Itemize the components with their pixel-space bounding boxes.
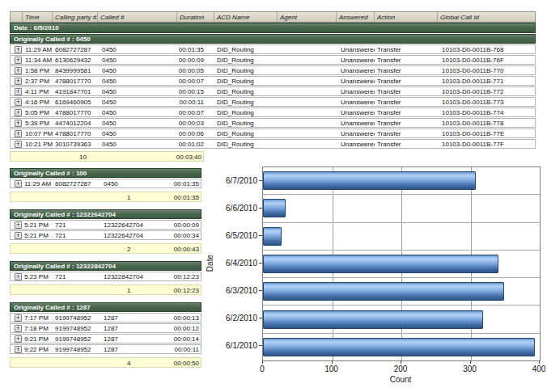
group-summary-row: 2 00:00:43 xyxy=(10,243,201,254)
agent-cell xyxy=(278,66,337,74)
summary-count: 1 xyxy=(127,194,130,201)
chart-ytick-label: 6/6/2010 xyxy=(226,204,257,213)
duration-cell: 00:00:15 xyxy=(177,87,214,95)
chart-xtick-label: 300 xyxy=(463,365,477,373)
expand-icon[interactable]: + xyxy=(15,46,22,53)
call-row: + 5:39 PM 4474012204 0450 00:00:03 DID_R… xyxy=(10,118,536,128)
called-cell: 1287 xyxy=(98,335,156,343)
answered-cell: Unanswered xyxy=(337,129,375,137)
chart-ytick-label: 6/7/2010 xyxy=(226,176,257,185)
called-cell: 12322842704 xyxy=(98,272,156,280)
calling-party-cell: 3010739363 xyxy=(53,140,98,148)
expand-icon[interactable]: + xyxy=(15,67,22,74)
global-call-id-cell: 10103-D0-0011B-77E xyxy=(438,129,535,137)
expand-icon[interactable]: + xyxy=(15,109,22,116)
column-header-row: Time Calling party # Called # Duration A… xyxy=(10,11,536,23)
expand-cell: + xyxy=(11,129,23,137)
acd-name-cell: DID_Routing xyxy=(214,108,278,116)
call-row: + 4:16 PM 6169460905 0450 00:00:11 DID_R… xyxy=(10,97,536,107)
expand-icon[interactable]: + xyxy=(15,57,22,64)
action-cell: Transfer xyxy=(375,108,438,116)
duration-cell: 00:00:07 xyxy=(177,108,214,116)
group-band: Originally Called # : 12322642704 xyxy=(10,209,201,219)
chart-bar-row xyxy=(263,305,540,332)
time-cell: 5:21 PM xyxy=(22,221,53,229)
chart-ytick-label: 6/4/2010 xyxy=(226,259,257,268)
group-rows: + 5:21 PM 721 12322642704 00:00:09 + 5:2… xyxy=(10,220,201,240)
group-summary-row: 1 00:12:23 xyxy=(10,285,201,295)
expand-icon[interactable]: + xyxy=(15,273,22,280)
summary-duration: 00:12:23 xyxy=(174,287,199,294)
expand-cell: + xyxy=(11,324,22,332)
group-section: Originally Called # : 1287 + 7:17 PM 919… xyxy=(10,302,201,368)
expand-icon[interactable]: + xyxy=(15,346,22,353)
call-row: + 1:58 PM 8439999581 0450 00:00:05 DID_R… xyxy=(10,65,536,75)
duration-cell: 00:00:11 xyxy=(156,345,201,353)
expand-icon[interactable]: + xyxy=(15,99,22,106)
global-call-id-cell: 10103-D0-0011B-770 xyxy=(438,66,535,74)
call-row: + 7:18 PM 9199748952 1287 00:00:12 xyxy=(10,323,201,333)
chart-ytick: 6/2/2010 xyxy=(214,305,262,332)
call-row: + 9:21 PM 9199748952 1287 00:00:14 xyxy=(10,334,201,344)
chart-bar-row xyxy=(263,222,540,250)
time-cell: 4:11 PM xyxy=(23,87,53,95)
summary-count: 10 xyxy=(79,154,87,161)
chart-ytick-label: 6/1/2010 xyxy=(226,341,257,350)
chart-bar-row xyxy=(263,194,540,221)
calling-party-cell: 721 xyxy=(53,272,98,280)
call-row: + 5:23 PM 721 12322842704 00:12:23 xyxy=(10,272,201,281)
global-call-id-cell: 10103-D0-0011B-771 xyxy=(438,77,535,85)
time-cell: 1:58 PM xyxy=(23,66,53,74)
called-cell: 12322642704 xyxy=(98,221,156,229)
time-cell: 9:22 PM xyxy=(22,345,53,353)
main-call-table: Time Calling party # Called # Duration A… xyxy=(10,11,536,162)
agent-cell xyxy=(278,77,337,85)
expand-icon[interactable]: + xyxy=(15,325,22,332)
date-group-band: Date : 6/5/2010 xyxy=(10,23,536,33)
time-cell: 5:23 PM xyxy=(22,272,53,280)
acd-name-cell: DID_Routing xyxy=(214,45,278,53)
expand-icon[interactable]: + xyxy=(15,120,22,127)
agent-cell xyxy=(278,98,337,106)
expand-icon[interactable]: + xyxy=(15,78,22,85)
column-header-calling-party: Calling party # xyxy=(53,12,98,22)
called-cell: 0450 xyxy=(98,45,177,53)
agent-cell xyxy=(278,56,337,64)
time-cell: 11:29 AM xyxy=(23,45,53,53)
called-cell: 0450 xyxy=(98,77,177,85)
action-cell: Transfer xyxy=(375,87,438,95)
expand-icon[interactable]: + xyxy=(15,180,22,188)
expand-cell: + xyxy=(11,345,22,353)
duration-cell: 00:12:23 xyxy=(156,272,201,280)
expand-cell: + xyxy=(11,314,22,322)
time-cell: 7:17 PM xyxy=(22,314,53,322)
chart-ytick: 6/5/2010 xyxy=(214,221,262,249)
group-section: Originally Called # : 12322842704 + 5:23… xyxy=(10,261,201,295)
called-cell: 1287 xyxy=(98,314,156,322)
group-rows: + 7:17 PM 9199748952 1287 00:00:13 + 7:1… xyxy=(10,313,201,354)
called-cell: 0450 xyxy=(98,140,177,148)
group-sections: Originally Called # : 100 + 11:29 AM 608… xyxy=(10,167,201,375)
expand-icon[interactable]: + xyxy=(15,335,22,343)
global-call-id-cell: 10103-D0-0011B-77F xyxy=(438,140,535,148)
expand-icon[interactable]: + xyxy=(15,141,22,148)
expand-icon[interactable]: + xyxy=(15,88,22,95)
time-cell: 11:29 AM xyxy=(22,179,53,188)
group-summary-row: 10 00:03:40 xyxy=(10,151,204,162)
expand-icon[interactable]: + xyxy=(15,232,22,239)
action-cell: Transfer xyxy=(375,140,438,148)
global-call-id-cell: 10103-D0-0011B-772 xyxy=(438,87,535,95)
time-cell: 7:18 PM xyxy=(22,324,53,332)
calling-party-cell: 6169460905 xyxy=(53,98,98,106)
group-summary-row: 1 00:01:35 xyxy=(10,192,201,202)
call-row: + 9:22 PM 9199748952 1287 00:00:11 xyxy=(10,344,201,354)
expand-icon[interactable]: + xyxy=(15,130,22,137)
expand-icon[interactable]: + xyxy=(15,314,22,322)
expand-icon[interactable]: + xyxy=(15,221,22,229)
answered-cell: Unanswered xyxy=(337,45,375,53)
summary-duration: 00:01:35 xyxy=(174,194,199,201)
chart-xtick-label: 400 xyxy=(532,365,546,373)
called-cell: 0450 xyxy=(98,87,177,95)
call-row: + 7:17 PM 9199748952 1287 00:00:13 xyxy=(10,313,201,322)
called-cell: 1287 xyxy=(98,345,156,353)
